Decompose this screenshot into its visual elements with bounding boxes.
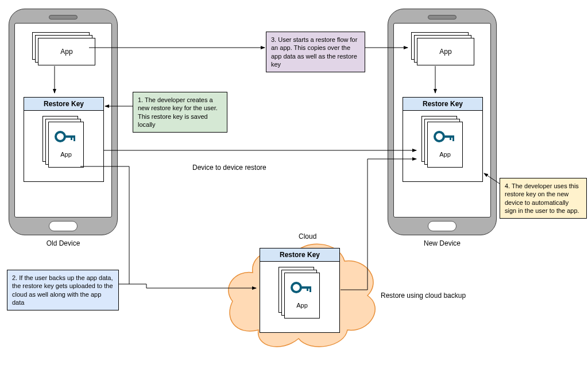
- key-icon: [285, 279, 319, 297]
- key-icon: [49, 128, 83, 146]
- cloud-label: Cloud: [299, 232, 316, 240]
- old-device-app-label: App: [38, 38, 95, 65]
- old-device-label: Old Device: [9, 239, 117, 247]
- new-device-key-app-label: App: [428, 151, 462, 158]
- svg-rect-10: [450, 135, 451, 140]
- svg-rect-11: [452, 135, 454, 141]
- note-4: 4. The developer uses this restore key o…: [500, 178, 587, 219]
- note-3: 3. User starts a restore flow for an app…: [266, 32, 365, 72]
- cloud-key-app-label: App: [285, 302, 319, 309]
- svg-point-0: [292, 283, 301, 292]
- edge-device-to-device: Device to device restore: [192, 164, 266, 172]
- svg-point-4: [56, 132, 65, 141]
- svg-rect-3: [310, 286, 311, 292]
- cloud-key-stack: App: [278, 267, 320, 320]
- old-device-key-stack: App: [42, 116, 84, 169]
- cloud-restore-box: Restore Key App: [260, 248, 340, 333]
- note-1: 1. The developer creates a new restore k…: [133, 92, 227, 133]
- svg-rect-6: [71, 135, 72, 140]
- old-device-restore-header: Restore Key: [24, 98, 103, 111]
- old-device-key-app-label: App: [49, 151, 83, 158]
- old-device-restore-box: Restore Key App: [24, 97, 104, 182]
- new-device-restore-box: Restore Key App: [403, 97, 483, 182]
- edge-cloud-restore: Restore using cloud backup: [381, 292, 466, 300]
- cloud-restore-header: Restore Key: [260, 248, 339, 262]
- new-device-label: New Device: [388, 239, 496, 247]
- old-device-phone: App Restore Key: [9, 9, 118, 235]
- note-2: 2. If the user backs up the app data, th…: [7, 270, 119, 310]
- svg-rect-7: [74, 135, 75, 141]
- old-device-app-stack: App: [32, 32, 95, 65]
- diagram-root: Cloud Restore Key App: [0, 0, 588, 369]
- new-device-app-label: App: [417, 38, 474, 65]
- new-device-phone: App Restore Key: [388, 9, 497, 235]
- svg-rect-2: [307, 286, 308, 291]
- new-device-app-stack: App: [411, 32, 474, 65]
- new-device-restore-header: Restore Key: [403, 98, 482, 111]
- svg-point-8: [435, 132, 444, 141]
- new-device-key-stack: App: [421, 116, 463, 169]
- key-icon: [428, 128, 462, 146]
